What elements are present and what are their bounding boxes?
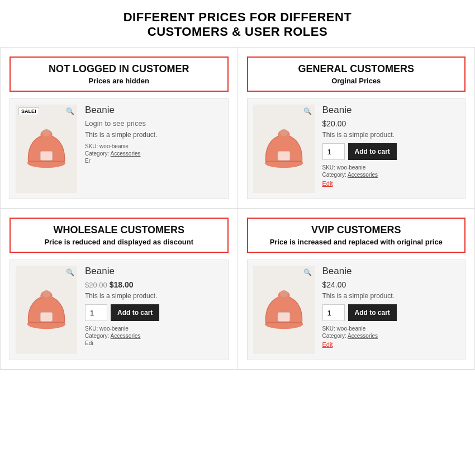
extra-wholesale: Edi — [85, 340, 222, 346]
product-description-general: This is a simple product. — [322, 131, 460, 139]
sale-price-wholesale: $18.00 — [110, 280, 134, 289]
cell-not-logged-in: NOT LOGGED IN CUSTOMER Prices are hidden… — [1, 48, 238, 209]
role-title-vvip: VVIP CUSTOMERS — [256, 224, 457, 236]
sku-wholesale: SKU: woo-beanie — [85, 326, 222, 332]
product-description-not-logged-in: This is a simple product. — [85, 131, 222, 139]
quantity-wholesale[interactable] — [85, 304, 107, 321]
role-sub-wholesale: Price is reduced and displayed as discou… — [18, 238, 220, 246]
product-card-wholesale: 🔍 Beanie $20.00 $18.00 This is a si — [10, 260, 229, 360]
svg-point-17 — [279, 290, 287, 298]
quantity-general[interactable] — [322, 143, 345, 160]
zoom-icon-wholesale[interactable]: 🔍 — [66, 268, 74, 276]
role-sub-not-logged-in: Prices are hidden — [18, 77, 220, 85]
add-to-cart-wholesale[interactable]: Add to cart — [111, 304, 159, 321]
price-wholesale: $20.00 $18.00 — [85, 280, 222, 289]
add-to-cart-vvip[interactable]: Add to cart — [348, 304, 397, 321]
label-box-not-logged-in: NOT LOGGED IN CUSTOMER Prices are hidden — [10, 56, 229, 92]
sku-general: SKU: woo-beanie — [322, 164, 460, 171]
add-to-cart-row-general: Add to cart — [322, 143, 460, 160]
svg-rect-8 — [278, 152, 290, 161]
product-info-not-logged-in: Beanie Login to see prices This is a sim… — [85, 105, 222, 193]
sku-not-logged-in: SKU: woo-beanie — [85, 143, 222, 149]
beanie-image-general — [259, 124, 309, 174]
svg-rect-13 — [40, 313, 53, 322]
extra-not-logged-in: Er — [85, 158, 222, 164]
page-title: DIFFERENT PRICES FOR DIFFERENTCUSTOMERS … — [0, 0, 475, 47]
svg-rect-3 — [40, 152, 53, 161]
role-title-not-logged-in: NOT LOGGED IN CUSTOMER — [18, 63, 220, 75]
edit-link-general[interactable]: Edit — [322, 180, 460, 187]
product-description-vvip: This is a simple product. — [322, 292, 460, 300]
product-info-vvip: Beanie $24.00 This is a simple product. … — [322, 266, 460, 354]
product-info-wholesale: Beanie $20.00 $18.00 This is a simple pr… — [85, 266, 222, 354]
svg-point-2 — [42, 129, 50, 136]
cell-wholesale-customers: WHOLESALE CUSTOMERS Price is reduced and… — [1, 209, 238, 370]
product-image-wholesale: 🔍 — [16, 266, 77, 354]
add-to-cart-row-wholesale: Add to cart — [85, 304, 222, 321]
zoom-icon-general[interactable]: 🔍 — [303, 107, 312, 115]
edit-link-vvip[interactable]: Edit — [322, 341, 460, 348]
product-grid: NOT LOGGED IN CUSTOMER Prices are hidden… — [0, 47, 475, 370]
product-name-wholesale: Beanie — [85, 266, 222, 277]
product-info-general-customers: Beanie $20.00 This is a simple product. … — [322, 105, 460, 193]
svg-point-7 — [279, 129, 287, 136]
quantity-vvip[interactable] — [322, 304, 345, 321]
product-name-general: Beanie — [322, 105, 460, 116]
add-to-cart-general[interactable]: Add to cart — [348, 143, 397, 160]
sale-badge: SALE! — [18, 107, 39, 115]
svg-point-12 — [42, 290, 50, 298]
label-box-wholesale-customers: WHOLESALE CUSTOMERS Price is reduced and… — [10, 218, 229, 253]
cell-general-customers: GENERAL CUSTOMERS Orginal Prices 🔍 Beani… — [238, 48, 476, 209]
sku-vvip: SKU: woo-beanie — [322, 326, 460, 332]
beanie-image-wholesale — [21, 285, 72, 335]
beanie-image — [21, 124, 72, 174]
product-card-not-logged-in: 🔍 SALE! Beanie Login to see prices This … — [10, 98, 229, 199]
add-to-cart-row-vvip: Add to cart — [322, 304, 460, 321]
product-image-vvip: 🔍 — [253, 266, 315, 354]
svg-rect-18 — [278, 313, 290, 322]
product-description-wholesale: This is a simple product. — [85, 292, 222, 300]
product-name-not-logged-in: Beanie — [85, 105, 222, 116]
role-title-wholesale: WHOLESALE CUSTOMERS — [18, 224, 220, 236]
role-sub-vvip: Price is increased and replaced with ori… — [256, 238, 457, 246]
role-title-general-customers: GENERAL CUSTOMERS — [256, 63, 457, 75]
role-sub-general-customers: Orginal Prices — [256, 77, 457, 85]
price-vvip: $24.00 — [322, 280, 460, 289]
category-wholesale: Category: Accessories — [85, 333, 222, 339]
product-card-general-customers: 🔍 Beanie $20.00 This is a simple product… — [247, 98, 466, 199]
cell-vvip-customers: VVIP CUSTOMERS Price is increased and re… — [238, 209, 476, 370]
category-general: Category: Accessories — [322, 172, 460, 178]
price-general: $20.00 — [322, 119, 460, 128]
product-image-general-customers: 🔍 — [253, 105, 315, 193]
login-message: Login to see prices — [85, 119, 222, 128]
label-box-general-customers: GENERAL CUSTOMERS Orginal Prices — [247, 56, 466, 92]
product-card-vvip: 🔍 Beanie $24.00 This is a simple product… — [247, 260, 466, 360]
beanie-image-vvip — [259, 285, 309, 335]
product-name-vvip: Beanie — [322, 266, 460, 277]
product-image-not-logged-in: 🔍 SALE! — [16, 105, 77, 193]
category-vvip: Category: Accessories — [322, 333, 460, 339]
original-price-wholesale: $20.00 — [85, 281, 107, 289]
category-not-logged-in: Category: Accessories — [85, 150, 222, 157]
label-box-vvip: VVIP CUSTOMERS Price is increased and re… — [247, 218, 466, 253]
zoom-icon-vvip[interactable]: 🔍 — [303, 268, 312, 276]
zoom-icon[interactable]: 🔍 — [66, 107, 74, 115]
